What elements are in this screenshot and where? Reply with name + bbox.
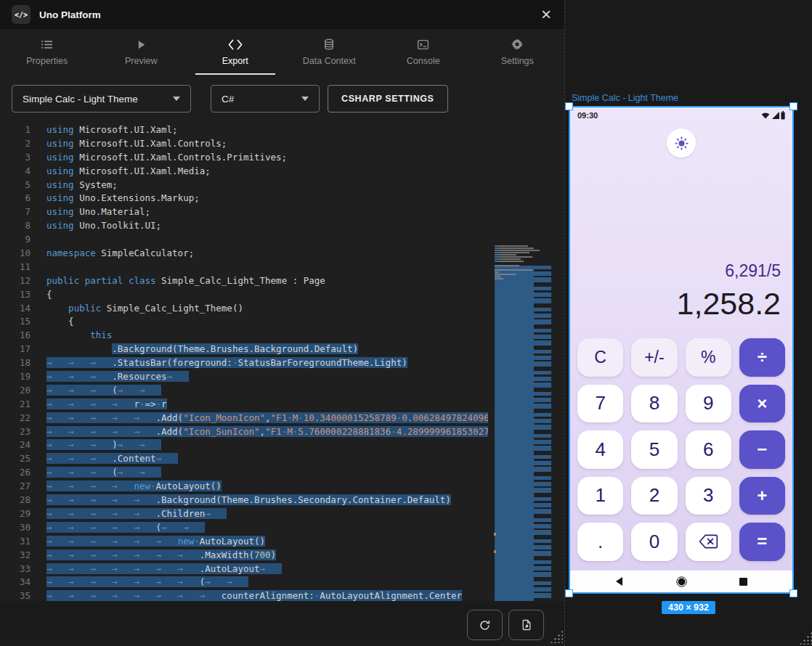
tab-settings[interactable]: Settings <box>471 29 565 75</box>
code-line-28[interactable]: 28→ → → → → .Background(Theme.Brushes.Se… <box>0 494 488 507</box>
code-line-17[interactable]: 17 .Background(Theme.Brushes.Background.… <box>0 343 488 356</box>
code-line-20[interactable]: 20→ → → (→ → <box>0 384 488 398</box>
line-number: 18 <box>0 356 31 370</box>
code-line-22[interactable]: 22→ → → → → .Add("Icon_MoonIcon","F1·M·1… <box>0 412 488 425</box>
key-4[interactable]: 4 <box>577 430 623 469</box>
key-plus[interactable]: + <box>739 477 785 515</box>
code-line-9[interactable]: 9 <box>0 233 488 247</box>
csharp-settings-button[interactable]: CSHARP SETTINGS <box>328 85 448 113</box>
language-select[interactable]: C# <box>211 85 320 113</box>
resize-handle-top-right[interactable] <box>789 102 797 110</box>
tab-console[interactable]: Console <box>376 29 471 75</box>
calc-result: 1,258.2 <box>677 286 781 322</box>
code-line-30[interactable]: 30→ → → → → (→ → <box>0 521 488 535</box>
code-line-8[interactable]: 8using Uno.Toolkit.UI; <box>0 219 488 233</box>
close-icon[interactable]: × <box>540 6 553 23</box>
key-7[interactable]: 7 <box>577 385 623 423</box>
code-line-6[interactable]: 6using Uno.Extensions.Markup; <box>0 192 488 205</box>
key-negate[interactable]: +/- <box>631 338 677 377</box>
code-line-4[interactable]: 4using Microsoft.UI.Xaml.Media; <box>0 165 488 179</box>
key-5[interactable]: 5 <box>631 430 677 469</box>
code-line-33[interactable]: 33→ → → → → → → .AutoLayout→ <box>0 563 488 576</box>
key-percent[interactable]: % <box>686 338 731 377</box>
code-icon <box>228 38 243 51</box>
line-number: 13 <box>0 288 31 302</box>
code-line-1[interactable]: 1using Microsoft.UI.Xaml; <box>0 123 488 137</box>
key-0[interactable]: 0 <box>631 523 677 561</box>
key-dot[interactable]: . <box>577 523 623 561</box>
code-line-5[interactable]: 5using System; <box>0 179 488 192</box>
tab-properties[interactable]: Properties <box>0 29 94 75</box>
key-equals[interactable]: = <box>739 523 785 561</box>
resize-handle-bottom-right[interactable] <box>789 589 797 597</box>
android-nav-bar <box>570 571 792 592</box>
nav-home-icon[interactable] <box>676 576 687 587</box>
code-line-15[interactable]: 15 { <box>0 315 488 329</box>
export-file-button[interactable] <box>508 610 544 640</box>
code-line-16[interactable]: 16 this <box>0 329 488 343</box>
code-line-35[interactable]: 35→ → → → → → → → counterAlignment:·Auto… <box>0 589 488 601</box>
tab-data-context[interactable]: Data Context <box>283 29 377 75</box>
code-line-18[interactable]: 18→ → → .StatusBar(foreground:·StatusBar… <box>0 356 488 370</box>
line-number: 23 <box>0 425 31 439</box>
console-icon <box>417 38 429 51</box>
code-line-19[interactable]: 19→ → → .Resources→ <box>0 370 488 384</box>
resize-handle-bottom-left[interactable] <box>565 589 573 597</box>
code-line-29[interactable]: 29→ → → → → .Children→ <box>0 507 488 521</box>
key-divide[interactable]: ÷ <box>739 338 785 377</box>
line-number: 12 <box>0 274 31 288</box>
phone-preview[interactable]: 09:30 <box>569 106 794 594</box>
key-9[interactable]: 9 <box>686 385 731 423</box>
window-resize-grip[interactable] <box>799 631 812 645</box>
key-6[interactable]: 6 <box>686 430 731 469</box>
code-line-34[interactable]: 34→ → → → → → → (→ → <box>0 576 488 589</box>
code-line-7[interactable]: 7using Uno.Material; <box>0 205 488 219</box>
key-8[interactable]: 8 <box>631 385 677 423</box>
code-line-14[interactable]: 14 public Simple_Calc_Light_Theme() <box>0 302 488 316</box>
code-line-26[interactable]: 26→ → → (→ → <box>0 466 488 480</box>
code-line-11[interactable]: 11 <box>0 261 488 274</box>
line-number: 16 <box>0 329 31 343</box>
title-bar: </> Uno Platform × <box>0 0 564 29</box>
minimap-code-line <box>495 258 521 260</box>
gear-icon <box>511 38 523 51</box>
key-multiply[interactable]: × <box>739 385 785 423</box>
code-line-23[interactable]: 23→ → → → → .Add("Icon_SunIcon","F1·M·5.… <box>0 425 488 439</box>
nav-back-icon[interactable] <box>615 577 624 586</box>
code-line-2[interactable]: 2using Microsoft.UI.Xaml.Controls; <box>0 137 488 151</box>
tab-label: Properties <box>26 56 68 66</box>
tab-label: Export <box>222 56 248 66</box>
device-label[interactable]: Simple Calc - Light Theme <box>572 93 678 103</box>
theme-toggle-button[interactable] <box>667 128 696 158</box>
tab-export[interactable]: Export <box>188 29 283 75</box>
minimap[interactable] <box>495 244 551 601</box>
refresh-button[interactable] <box>467 610 503 640</box>
line-number: 35 <box>0 589 31 601</box>
code-line-21[interactable]: 21→ → → → r·=>·r <box>0 398 488 412</box>
key-backspace[interactable] <box>686 523 731 561</box>
code-line-13[interactable]: 13{ <box>0 288 488 302</box>
key-3[interactable]: 3 <box>686 477 731 515</box>
theme-select[interactable]: Simple Calc - Light Theme <box>12 85 191 113</box>
key-clear[interactable]: C <box>577 338 623 377</box>
code-line-25[interactable]: 25→ → → .Content→ <box>0 452 488 466</box>
code-line-12[interactable]: 12public partial class Simple_Calc_Light… <box>0 274 488 288</box>
line-number: 27 <box>0 480 31 494</box>
tab-preview[interactable]: Preview <box>94 29 189 75</box>
code-editor[interactable]: 1using Microsoft.UI.Xaml;2using Microsof… <box>0 122 564 601</box>
key-1[interactable]: 1 <box>577 477 623 515</box>
key-2[interactable]: 2 <box>631 477 677 515</box>
panel-resize-grip[interactable] <box>550 630 563 643</box>
code-line-24[interactable]: 24→ → → )→ → <box>0 438 488 452</box>
nav-recents-icon[interactable] <box>739 578 747 586</box>
code-line-10[interactable]: 10namespace SimpleCalculator; <box>0 247 488 261</box>
status-time: 09:30 <box>577 111 598 120</box>
code-line-32[interactable]: 32→ → → → → → → .MaxWidth(700) <box>0 549 488 563</box>
key-minus[interactable]: − <box>739 430 785 469</box>
code-line-27[interactable]: 27→ → → → new·AutoLayout() <box>0 480 488 494</box>
resize-handle-top-left[interactable] <box>565 102 573 110</box>
phone-status-bar: 09:30 <box>570 107 792 123</box>
code-line-31[interactable]: 31→ → → → → → new·AutoLayout() <box>0 535 488 549</box>
code-line-3[interactable]: 3using Microsoft.UI.Xaml.Controls.Primit… <box>0 151 488 165</box>
editor-scrollbar[interactable] <box>553 244 563 601</box>
